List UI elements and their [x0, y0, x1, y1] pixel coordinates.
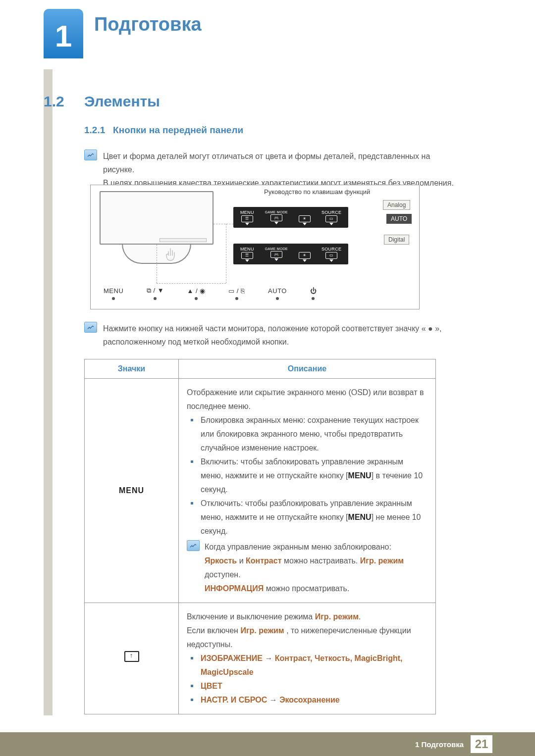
game-mode-icon — [124, 651, 139, 662]
icon-cell-game — [85, 603, 179, 714]
note-icon — [84, 322, 97, 333]
osd-menu-label: MENU — [240, 210, 254, 215]
btn-source: ▭ / ⎘ — [228, 287, 245, 300]
osd-source-label: SOURCE — [321, 210, 341, 215]
monitor-button-strip — [160, 238, 207, 242]
source-icon: ▭ — [325, 215, 337, 222]
row2-bullet1: ИЗОБРАЖЕНИЕ → Контраст, Четкость, MagicB… — [187, 652, 428, 679]
icons-table: Значки Описание MENU Отображение или скр… — [84, 359, 436, 714]
row1-note-line2: ИНФОРМАЦИЯ можно просматривать. — [205, 582, 428, 596]
subsection-number: 1.2.1 — [84, 125, 105, 135]
footer-page-number: 21 — [471, 735, 492, 753]
note-icon — [84, 150, 97, 160]
gamepad-icon: 🎮 — [270, 214, 282, 221]
table-row: Включение и выключение режима Игр. режим… — [85, 603, 436, 714]
btn-volume: ⧉ / ▼ — [147, 287, 164, 300]
osd-row-digital: MENU☰ GAME MODE🎮 ☀ SOURCE▭ — [233, 244, 348, 264]
th-desc: Описание — [179, 359, 436, 379]
row1-note-body: Когда управление экранным меню заблокиро… — [205, 540, 428, 596]
chapter-title: Подготовка — [94, 14, 202, 35]
btn-up: ▲ / ◉ — [187, 287, 206, 300]
row2-bullet3: НАСТР. И СБРОС → Экосохранение — [187, 693, 428, 707]
btn-auto: AUTO — [268, 287, 287, 300]
desc-cell-menu: Отображение или скрытие экранного меню (… — [179, 379, 436, 603]
osd-menu-label: MENU — [240, 247, 254, 252]
guide-line — [157, 245, 157, 283]
osd-blank — [304, 210, 306, 215]
panel-buttons-row: MENU ⧉ / ▼ ▲ / ◉ ▭ / ⎘ AUTO ⏻ — [104, 287, 317, 300]
note-top-text: Цвет и форма деталей могут отличаться от… — [103, 150, 461, 190]
front-panel-diagram: Руководство по клавишам функций MENU☰ GA… — [90, 185, 420, 309]
row2-bullet2: ЦВЕТ — [187, 679, 428, 693]
row1-note-line1: Яркость и Контраст можно настраивать. Иг… — [205, 554, 428, 582]
table-header-row: Значки Описание — [85, 359, 436, 379]
source-icon: ▭ — [325, 252, 337, 259]
footer-text: 1 Подготовка — [415, 740, 464, 749]
tag-digital: Digital — [384, 235, 409, 245]
btn-menu: MENU — [104, 287, 123, 300]
osd-row-analog: MENU☰ GAME MODE🎮 ☀ SOURCE▭ — [233, 207, 348, 228]
osd-game-label: GAME MODE — [265, 210, 288, 214]
row1-note-intro: Когда управление экранным меню заблокиро… — [205, 540, 428, 554]
note-top-line1: Цвет и форма деталей могут отличаться от… — [103, 150, 461, 176]
guide-line — [214, 224, 233, 224]
hand-icon — [164, 248, 178, 266]
brightness-icon: ☀ — [299, 252, 311, 259]
osd-game-label: GAME MODE — [265, 247, 288, 251]
note-icon — [187, 540, 200, 551]
menu-icon: ☰ — [241, 252, 253, 259]
row1-bullet1: Блокировка экранных меню: сохранение тек… — [187, 413, 428, 455]
guide-line — [226, 224, 226, 283]
chapter-tab: 1 — [44, 9, 83, 58]
monitor-screen — [100, 191, 214, 245]
osd-blank — [304, 247, 306, 252]
side-stripe — [44, 69, 53, 715]
btn-power: ⏻ — [310, 287, 317, 300]
subsection-title: Кнопки на передней панели — [113, 125, 243, 135]
row1-p1: Отображение или скрытие экранного меню (… — [187, 386, 428, 413]
subsection-heading: 1.2.1 Кнопки на передней панели — [84, 125, 243, 136]
chapter-number: 1 — [55, 18, 72, 53]
section-number: 1.2 — [44, 93, 64, 110]
diagram-guide-label: Руководство по клавишам функций — [264, 188, 370, 196]
icon-cell-menu: MENU — [85, 379, 179, 603]
page-footer: 1 Подготовка 21 — [0, 732, 535, 756]
tag-auto: AUTO — [386, 214, 412, 224]
menu-icon: ☰ — [241, 215, 253, 222]
desc-cell-game: Включение и выключение режима Игр. режим… — [179, 603, 436, 714]
row1-inline-note: Когда управление экранным меню заблокиро… — [187, 540, 428, 596]
table-row: MENU Отображение или скрытие экранного м… — [85, 379, 436, 603]
row2-p2: Если включен Игр. режим , то нижеперечис… — [187, 624, 428, 652]
row1-bullet2: Включить: чтобы заблокировать управление… — [187, 455, 428, 497]
tag-analog: Analog — [383, 200, 410, 210]
brightness-icon: ☀ — [299, 215, 311, 222]
row2-p1: Включение и выключение режима Игр. режим… — [187, 610, 428, 624]
th-icons: Значки — [85, 359, 179, 379]
note-bottom: Нажмите кнопку на нижней части монитора,… — [84, 322, 461, 349]
note-bottom-text: Нажмите кнопку на нижней части монитора,… — [103, 322, 461, 349]
section-title: Элементы — [84, 93, 160, 110]
gamepad-icon: 🎮 — [270, 251, 282, 258]
note-top: Цвет и форма деталей могут отличаться от… — [84, 150, 461, 190]
guide-line — [157, 283, 226, 284]
osd-source-label: SOURCE — [321, 247, 341, 252]
row1-bullet3: Отключить: чтобы разблокировать управлен… — [187, 497, 428, 538]
